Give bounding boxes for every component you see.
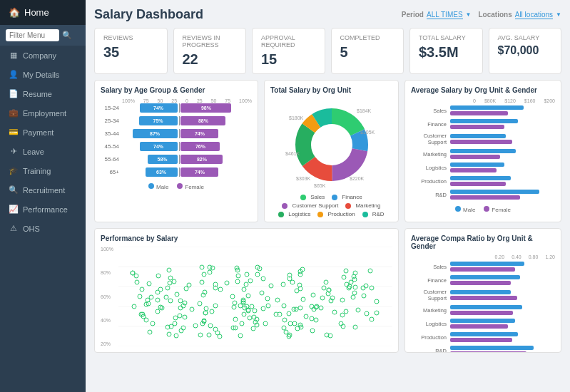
h-bar-group	[450, 119, 518, 129]
scatter-dot	[327, 288, 332, 293]
scatter-dot	[156, 298, 161, 303]
svg-text:$184K: $184K	[357, 108, 372, 113]
female-legend-label: Female	[185, 184, 204, 190]
scatter-dot	[353, 325, 358, 330]
compa-female-bar	[450, 324, 508, 329]
scatter-dot	[158, 287, 163, 292]
compa-female-bar	[450, 281, 511, 285]
kpi-card-2: Approval Required15	[252, 28, 325, 74]
locations-filter[interactable]: Locations All locations ▼	[478, 11, 561, 19]
scatter-dot	[206, 332, 211, 337]
bar-divider	[179, 129, 180, 138]
scatter-dot	[324, 280, 329, 285]
scatter-dot	[265, 296, 270, 301]
scatter-dot	[178, 328, 183, 333]
male-h-bar	[450, 105, 524, 110]
org-label: Sales	[411, 108, 450, 114]
employment-icon: 💼	[9, 108, 19, 118]
scatter-dot	[352, 284, 357, 289]
scatter-dot	[240, 297, 245, 302]
compa-female-bar	[450, 311, 513, 315]
sidebar-home-item[interactable]: 🏠 Home	[0, 0, 86, 25]
compa-male-bar	[450, 305, 522, 309]
scatter-dot	[320, 295, 325, 300]
period-value: ALL TIMES	[427, 11, 463, 19]
scatter-dot	[138, 312, 143, 317]
scatter-dot	[201, 319, 206, 324]
sidebar-item-resume[interactable]: 📄Resume	[0, 84, 86, 103]
period-filter[interactable]: Period ALL TIMES ▼	[402, 11, 472, 19]
male-bar-wrap: 74%	[122, 142, 178, 151]
sidebar-nav: ▦Company👤My Details📄Resume💼Employment💳Pa…	[0, 46, 86, 238]
female-bar: 98%	[180, 103, 231, 113]
h-bar-group	[450, 149, 516, 159]
scatter-dot	[251, 326, 256, 331]
sidebar-item-mydetails[interactable]: 👤My Details	[0, 65, 86, 84]
age-gender-bar-row: 65+ 63% 74%	[101, 167, 252, 177]
scatter-dot	[135, 280, 140, 285]
avg-salary-bar-row: Production	[411, 176, 555, 186]
scatter-dot	[202, 272, 207, 277]
sidebar-search-bar: 🔍	[0, 25, 86, 46]
donut-legend: SalesFinanceCustomer SupportMarketingLog…	[270, 194, 392, 217]
sidebar-item-payment[interactable]: 💳Payment	[0, 123, 86, 142]
scatter-dot	[332, 309, 337, 314]
compa-org-label: Marketing	[411, 307, 450, 314]
avg-salary-bar-row: Logistics	[411, 163, 555, 172]
avg-salary-bar-row: Marketing	[411, 149, 555, 159]
scatter-dot	[213, 326, 218, 331]
sidebar-item-leave[interactable]: ✈Leave	[0, 142, 86, 161]
donut-legend-item-5: Production	[317, 211, 355, 217]
female-h-bar	[450, 140, 512, 144]
sidebar-item-recruitment[interactable]: 🔍Recruitment	[0, 180, 86, 200]
sidebar-item-employment[interactable]: 💼Employment	[0, 103, 86, 123]
compa-bars: Sales Finance Customer Support Marketing…	[411, 262, 555, 353]
scatter-dot	[147, 282, 152, 287]
scatter-dot	[344, 269, 349, 274]
donut-chart-card: Total Salary by Org Unit	[264, 80, 399, 222]
age-gender-bar-row: 45-54 74% 76%	[101, 142, 252, 151]
scatter-dot	[292, 321, 297, 326]
sidebar: 🏠 Home 🔍 ▦Company👤My Details📄Resume💼Empl…	[0, 0, 86, 392]
scatter-dot	[174, 292, 179, 296]
company-icon: ▦	[9, 51, 19, 60]
compa-bar-row: Marketing	[411, 305, 555, 315]
donut-legend-item-1: Finance	[332, 194, 362, 200]
scatter-dot	[275, 298, 280, 303]
sidebar-item-ohs[interactable]: ⚠OHS	[0, 219, 86, 238]
scatter-dot	[260, 277, 265, 282]
h-bar-group	[450, 176, 511, 186]
male-bar: 74%	[140, 103, 178, 113]
performance-icon: 📈	[9, 205, 19, 214]
sidebar-item-performance[interactable]: 📈Performance	[0, 200, 86, 219]
compa-org-label: Sales	[411, 264, 450, 270]
age-label: 15-24	[101, 105, 122, 111]
compa-male-bar	[450, 319, 515, 323]
donut-legend-item-3: Marketing	[345, 202, 380, 209]
sidebar-label-training: Training	[23, 167, 51, 175]
svg-text:$303K: $303K	[296, 176, 311, 181]
search-input[interactable]	[6, 29, 59, 41]
scatter-dot	[183, 315, 188, 320]
female-h-bar	[450, 195, 520, 200]
avg-salary-bar-row: Customer Support	[411, 133, 555, 145]
filter-bar: Period ALL TIMES ▼ Locations All locatio…	[402, 11, 561, 19]
bar-divider	[179, 103, 180, 113]
scatter-dot	[300, 297, 305, 302]
compa-male-bar	[450, 290, 511, 294]
scatter-dot	[246, 309, 251, 314]
age-label: 45-54	[101, 143, 122, 150]
scatter-dot	[239, 321, 244, 326]
scatter-dot	[248, 316, 253, 321]
sidebar-item-company[interactable]: ▦Company	[0, 46, 86, 65]
compa-bar-row: Customer Support	[411, 289, 555, 301]
scatter-dot	[250, 304, 255, 309]
sidebar-item-training[interactable]: 🎓Training	[0, 161, 86, 180]
compa-male-bar	[450, 332, 518, 336]
leave-icon: ✈	[9, 147, 19, 156]
avg-salary-chart-title: Average Salary by Org Unit & Gender	[411, 86, 555, 94]
compa-h-bar-group	[450, 262, 524, 272]
compa-org-label: Logistics	[411, 321, 450, 327]
age-gender-bar-row: 35-44 87% 74%	[101, 129, 252, 138]
scatter-dot	[146, 298, 151, 303]
